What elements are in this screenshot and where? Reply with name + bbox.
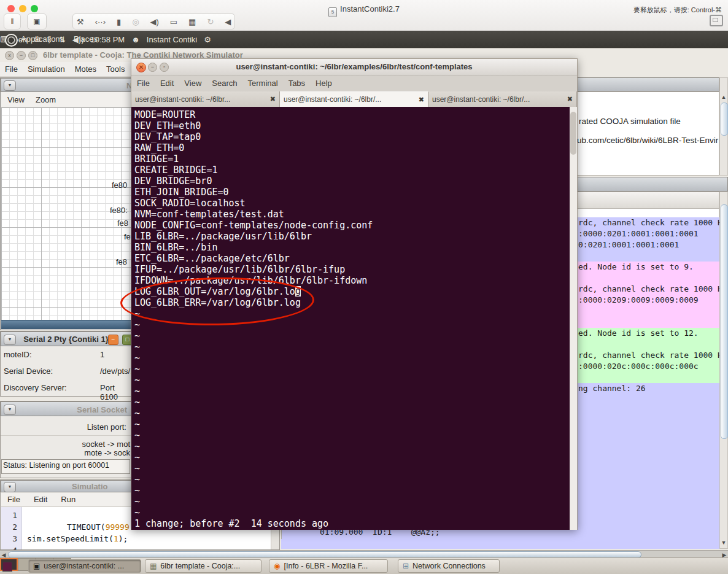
field-label: Discovery Server: — [4, 383, 67, 392]
terminal-line: ~ — [134, 463, 570, 474]
minimize-icon[interactable]: − — [17, 51, 26, 60]
cooja-menu-item[interactable]: Tools — [106, 64, 125, 76]
terminal-tab[interactable]: user@instant-contiki: ~/6lbr/... ✖ — [280, 91, 428, 107]
close-icon[interactable]: x — [5, 51, 14, 60]
log-text: :0000:0209:0009:0009:0009 — [578, 295, 699, 304]
taskbar-button[interactable]: ⊞ Network Connections — [398, 559, 500, 573]
mote-scrollbar-thumb[interactable] — [721, 204, 728, 439]
network-scrollbar[interactable] — [1, 320, 132, 329]
screen: 5InstantContiki2.7 要释放鼠标，请按: Control-⌘ ‖… — [0, 0, 728, 574]
notes-scrollbar[interactable]: ▲ — [719, 77, 728, 176]
script-menu-item[interactable]: Edit — [34, 495, 47, 506]
field-label: moteID: — [4, 350, 32, 359]
vm-pause-button[interactable]: ‖ — [4, 14, 21, 29]
script-menu-item[interactable]: Run — [61, 495, 76, 506]
terminal-line: ~ — [134, 341, 570, 352]
vm-tool-icon[interactable]: ‹··› — [95, 17, 106, 26]
taskbar-button[interactable]: ◉ [Info - 6LBR - Mozilla F... — [269, 559, 388, 573]
network-header[interactable]: ▼ N — [1, 78, 131, 92]
vm-tool-icon[interactable]: ◀) — [150, 17, 158, 26]
vm-display-icon[interactable] — [710, 15, 723, 26]
terminal-menu-item[interactable]: View — [184, 79, 201, 91]
taskbar-button-label: [Info - 6LBR - Mozilla F... — [284, 562, 368, 570]
vm-tool-icon[interactable]: ◀ — [225, 17, 231, 26]
snapshot-icon: ▣ — [33, 17, 40, 26]
log-text: :0000:020c:000c:000c:000c — [578, 362, 699, 371]
maximize-icon[interactable]: □ — [28, 51, 37, 60]
divider — [1, 435, 131, 436]
mote-scrollbar[interactable]: ▼ — [719, 192, 728, 549]
taskbar-button[interactable]: ▣ user@instant-contiki: ... — [28, 559, 141, 573]
terminal-line: SOCK_RADIO=localhost — [134, 198, 570, 209]
script-menu-item[interactable]: File — [7, 495, 20, 506]
taskbar-button[interactable]: ▦ 6lbr template - Cooja:... — [145, 559, 261, 573]
terminal-tab[interactable]: user@instant-contiki: ~/6lbr... ✖ — [131, 91, 280, 107]
log-text: 01:12.143 ID:1 @@!RAz;; — [320, 538, 449, 539]
terminal-tabbar: user@instant-contiki: ~/6lbr... ✖ user@i… — [131, 91, 577, 107]
terminal-menu-item[interactable]: Tabs — [288, 79, 305, 91]
terminal-line: ~ — [134, 430, 570, 441]
show-desktop-icon[interactable] — [2, 562, 12, 572]
vm-tool-icon[interactable]: ◎ — [132, 17, 139, 26]
line-number: 1 — [1, 511, 21, 522]
log-text: rdc, channel check rate 1000 Hz — [578, 284, 719, 293]
system-tray: ⌨ en ✉ ᛒ ⇅ ◀)) 10:58 PM ☻ Instant Contik… — [0, 31, 728, 48]
taskbar-button-label: user@instant-contiki: ... — [44, 562, 124, 570]
serial-socket-header[interactable]: ▼ Serial Socket — [1, 401, 131, 416]
app-icon: ▦ — [150, 562, 157, 570]
vm-tool-icon[interactable]: ▦ — [188, 17, 196, 26]
cooja-menu-item[interactable]: Motes — [75, 64, 96, 76]
tab-close-icon[interactable]: ✖ — [419, 96, 424, 104]
scroll-down-icon[interactable]: ▼ — [720, 540, 727, 546]
tab-label: user@instant-contiki: ~/6lbr/... — [432, 95, 563, 104]
terminal-line: ~ — [134, 352, 570, 363]
serial-pty-header[interactable]: ▼ Serial 2 Pty {Contiki 1} − □ — [1, 332, 131, 346]
gear-icon[interactable]: ⚙ — [204, 35, 211, 44]
terminal-menubar: FileEditViewSearchTerminalTabsHelp — [131, 76, 577, 91]
terminal-titlebar[interactable]: ✕ − ▫ user@instant-contiki: ~/6lbr/examp… — [131, 59, 577, 76]
menu-places[interactable]: Places — [74, 34, 98, 44]
terminal-menu-item[interactable]: Terminal — [248, 79, 278, 91]
network-menu-item[interactable]: View — [7, 95, 25, 107]
tab-close-icon[interactable]: ✖ — [567, 95, 573, 103]
log-text: ng channel: 26 — [578, 384, 646, 393]
network-grid[interactable]: fe80fe80:fe8fefe8 — [1, 107, 132, 320]
log-row[interactable]: 01:12.143 ID:1 @@!RAz;; — [282, 538, 719, 539]
vm-tool-icon[interactable]: ▮ — [117, 17, 121, 26]
field-value: Port 6100 — [100, 383, 131, 401]
cooja-menu-item[interactable]: File — [5, 64, 18, 76]
terminal-line: ETC_6LBR=../package/etc/6lbr — [134, 253, 570, 264]
terminal-menu-item[interactable]: Search — [212, 79, 237, 91]
code-line-2[interactable]: TIMEOUT(99999 — [67, 522, 130, 532]
terminal-line: ~ — [134, 452, 570, 463]
terminal-menu-item[interactable]: Help — [316, 79, 332, 91]
code-line-3[interactable]: sim.setSpeedLimit(1); — [27, 534, 128, 543]
terminal-menu-item[interactable]: File — [137, 79, 150, 91]
log-text: :0000:0201:0001:0001:0001 — [578, 229, 699, 238]
vm-tool-icon[interactable]: ▭ — [170, 17, 177, 26]
mote-address-label: fe8 — [116, 257, 127, 266]
field-label: Serial Device: — [4, 367, 53, 376]
notes-scrollbar-thumb[interactable] — [721, 103, 728, 136]
network-menu-item[interactable]: Zoom — [36, 95, 56, 107]
minimize-icon[interactable]: − — [108, 335, 118, 345]
terminal-menu-item[interactable]: Edit — [160, 79, 174, 91]
terminal-tab[interactable]: user@instant-contiki: ~/6lbr/... ✖ — [428, 91, 577, 107]
tab-close-icon[interactable]: ✖ — [270, 95, 276, 103]
vm-tool-icon[interactable]: ↻ — [207, 17, 214, 26]
taskbar: ▣ user@instant-contiki: ... ▦ 6lbr templ… — [0, 557, 728, 574]
ubuntu-logo-icon[interactable] — [5, 34, 18, 47]
vm-snapshot-button[interactable]: ▣ — [27, 14, 47, 29]
notes-line: rated COOJA simulation file — [579, 117, 681, 126]
cooja-menu-item[interactable]: Simulation — [28, 64, 65, 76]
terminal-scrollbar[interactable] — [570, 107, 577, 530]
serial-socket-panel: ▼ Serial Socket Listen port: socket -> m… — [0, 401, 132, 478]
menu-applications[interactable]: Applications — [21, 34, 64, 44]
log-text: ed. Node id is set to 12. — [578, 328, 699, 338]
vm-tool-icon[interactable]: ⚒ — [77, 17, 84, 26]
terminal-line: IFUP=../package/usr/lib/6lbr/6lbr-ifup — [134, 264, 570, 275]
scroll-up-icon[interactable]: ▲ — [720, 94, 727, 100]
terminal-scrollbar-thumb[interactable] — [570, 112, 576, 155]
log-text: rdc, channel check rate 1000 Hz — [578, 218, 719, 227]
session-user[interactable]: Instant Contiki — [147, 35, 197, 44]
